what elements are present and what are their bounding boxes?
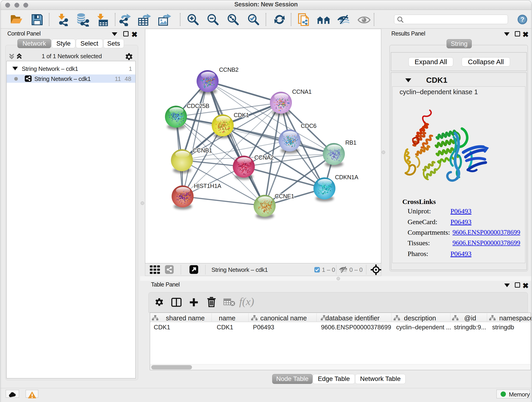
svg-text:RB1: RB1 bbox=[345, 139, 356, 146]
svg-text:CCNB1: CCNB1 bbox=[193, 147, 212, 153]
svg-text:?: ? bbox=[520, 16, 524, 23]
svg-text:CDC6: CDC6 bbox=[301, 123, 317, 129]
svg-text:CDC25B: CDC25B bbox=[187, 103, 209, 109]
svg-text:CDK1: CDK1 bbox=[234, 112, 249, 118]
svg-text:CCNE1: CCNE1 bbox=[275, 193, 294, 199]
svg-text:CCNB2: CCNB2 bbox=[219, 66, 239, 73]
svg-text:CCNA1: CCNA1 bbox=[292, 89, 312, 95]
svg-text:CCNA2: CCNA2 bbox=[254, 154, 274, 161]
svg-text:CDKN1A: CDKN1A bbox=[335, 174, 358, 180]
svg-text:HIST1H1A: HIST1H1A bbox=[194, 183, 221, 189]
